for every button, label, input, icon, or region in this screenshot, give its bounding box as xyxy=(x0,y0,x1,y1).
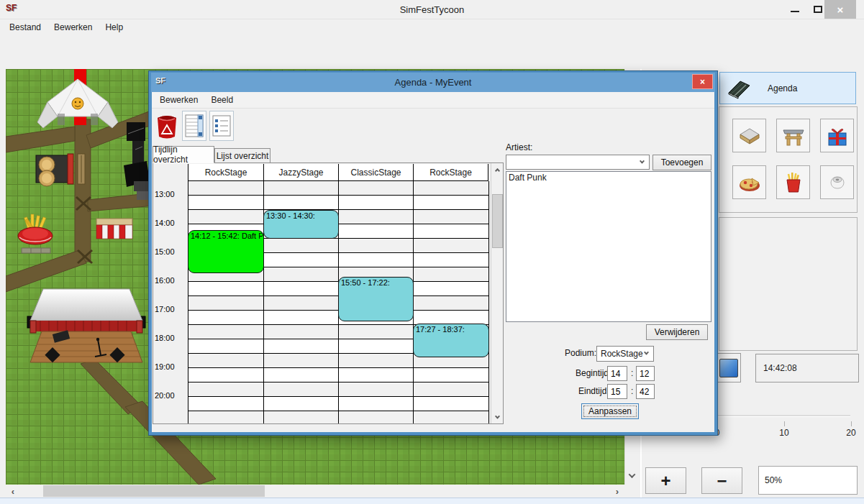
hour-label: 13:00 xyxy=(155,190,186,198)
item-button-fries[interactable] xyxy=(776,165,810,199)
pizza-icon xyxy=(737,171,762,194)
stage-header: ClassicStage xyxy=(338,164,413,181)
agenda-book-icon xyxy=(726,77,752,100)
item-button-toilet-paper[interactable] xyxy=(820,165,854,199)
schedule-event[interactable]: 13:30 - 14:30: xyxy=(263,210,339,239)
grid-scroll-up[interactable] xyxy=(491,163,504,175)
dialog-titlebar[interactable]: SF Agenda - MyEvent × xyxy=(151,73,715,92)
list-view-icon xyxy=(212,115,231,137)
menu-bewerken[interactable]: Bewerken xyxy=(47,20,99,35)
clock-time: 14:42:08 xyxy=(763,363,797,373)
begin-hour-input[interactable] xyxy=(607,366,627,381)
stage-header: JazzyStage xyxy=(263,164,338,181)
timeline-view-icon xyxy=(185,114,204,137)
main-toolbar xyxy=(0,35,864,69)
scroll-left-icon: ‹ xyxy=(7,485,19,498)
slider-tick xyxy=(784,421,785,426)
chevron-down-icon xyxy=(640,159,645,164)
podium-label: Podium: xyxy=(565,348,596,358)
platform-icon xyxy=(737,124,762,147)
schedule-event[interactable]: 17:27 - 18:37: xyxy=(413,324,489,357)
dialog-close-button[interactable]: × xyxy=(692,74,713,89)
titlebar: SF SimFestTycoon × xyxy=(0,0,864,19)
grid-column-line xyxy=(488,181,489,424)
torii-gate-icon xyxy=(781,124,806,147)
delete-bin-button[interactable] xyxy=(155,114,179,141)
item-button-pizza[interactable] xyxy=(732,165,766,199)
hour-label: 20:00 xyxy=(155,391,186,400)
slider-label: 10 xyxy=(773,428,795,438)
end-minute-input[interactable] xyxy=(636,384,655,399)
map-horizontal-scrollbar[interactable]: ‹ › xyxy=(6,485,624,498)
schedule-event[interactable]: 14:12 - 15:42: Daft Punk xyxy=(188,230,264,273)
app-title: SimFestTycoon xyxy=(0,4,864,15)
hour-label: 18:00 xyxy=(155,334,186,342)
list-view-button[interactable] xyxy=(209,111,234,141)
stage-header: RockStage xyxy=(413,164,488,181)
zoom-in-button[interactable]: + xyxy=(645,467,686,494)
minimize-button[interactable] xyxy=(784,0,806,19)
end-time-label: Eindtijd: xyxy=(578,386,609,396)
tab-lijst-overzicht[interactable]: Lijst overzicht xyxy=(214,148,270,163)
add-artist-button[interactable]: Toevoegen xyxy=(652,155,711,170)
artist-combo[interactable] xyxy=(506,155,650,170)
dialog-menubar: BewerkenBeeld xyxy=(152,92,714,109)
agenda-button-label: Agenda xyxy=(768,83,797,93)
scroll-right-icon: › xyxy=(611,485,623,498)
statusbar xyxy=(0,498,864,504)
grid-column-line xyxy=(188,181,188,424)
hour-label: 17:00 xyxy=(155,305,186,313)
hour-label: 19:00 xyxy=(155,362,186,371)
dialog-menu-beeld[interactable]: Beeld xyxy=(204,93,240,107)
fries-icon xyxy=(781,171,806,194)
remove-artist-button[interactable]: Verwijderen xyxy=(646,324,708,340)
time-separator: : xyxy=(631,368,633,378)
burger-stand xyxy=(36,154,85,186)
item-button-torii-gate[interactable] xyxy=(776,119,810,152)
slider-label: 20 xyxy=(840,428,862,438)
stage-header: RockStage xyxy=(188,164,263,181)
main-stage xyxy=(27,289,145,362)
maximize-icon xyxy=(814,6,822,13)
podium-combo[interactable]: RockStage xyxy=(596,346,654,362)
hour-label: 16:00 xyxy=(155,276,186,285)
item-button-gift[interactable] xyxy=(820,119,854,152)
toilet-paper-icon xyxy=(825,171,850,194)
agenda-dialog: SF Agenda - MyEvent × BewerkenBeeld xyxy=(149,71,717,435)
begin-time-label: Begintijd: xyxy=(576,368,611,378)
clock-display: 14:42:08 xyxy=(755,354,859,382)
agenda-button[interactable]: Agenda xyxy=(719,72,856,104)
ticket-booth xyxy=(96,219,132,239)
gift-icon xyxy=(825,124,850,147)
grid-scroll-down[interactable] xyxy=(491,411,504,423)
zoom-level-box[interactable]: 50% xyxy=(758,466,858,495)
zoom-in-label: + xyxy=(660,471,670,491)
map-hscroll-thumb[interactable] xyxy=(43,485,265,497)
tab-tijdlijn-overzicht[interactable]: Tijdlijn overzicht xyxy=(153,146,214,163)
artist-listbox[interactable]: Daft Punk xyxy=(506,171,711,322)
dialog-menu-bewerken[interactable]: Bewerken xyxy=(153,93,204,107)
minimize-icon xyxy=(791,11,799,12)
apply-button[interactable]: Aanpassen xyxy=(581,403,639,419)
zoom-out-label: − xyxy=(717,471,727,491)
end-hour-input[interactable] xyxy=(607,384,627,399)
chevron-down-icon xyxy=(644,350,649,355)
grid-scroll-thumb[interactable] xyxy=(492,194,503,248)
grid-scrollbar[interactable] xyxy=(491,163,503,423)
podium-combo-value: RockStage xyxy=(601,349,643,359)
schedule-event[interactable]: 15:50 - 17:22: xyxy=(338,277,414,321)
item-button-platform[interactable] xyxy=(732,119,766,152)
scroll-down-icon xyxy=(629,471,636,478)
artist-label: Artiest: xyxy=(506,142,532,152)
play-icon xyxy=(719,359,738,377)
timeline-view-button[interactable] xyxy=(182,111,206,141)
zoom-out-button[interactable]: − xyxy=(701,467,742,494)
schedule-grid[interactable]: RockStageJazzyStageClassicStageRockStage… xyxy=(153,162,504,424)
begin-minute-input[interactable] xyxy=(636,366,655,381)
zoom-level-value: 50% xyxy=(765,475,782,485)
menu-bestand[interactable]: Bestand xyxy=(3,20,47,35)
close-button[interactable]: × xyxy=(824,0,856,19)
slider-tick xyxy=(851,421,852,426)
menu-help[interactable]: Help xyxy=(99,20,129,35)
artist-list-item[interactable]: Daft Punk xyxy=(506,172,711,183)
